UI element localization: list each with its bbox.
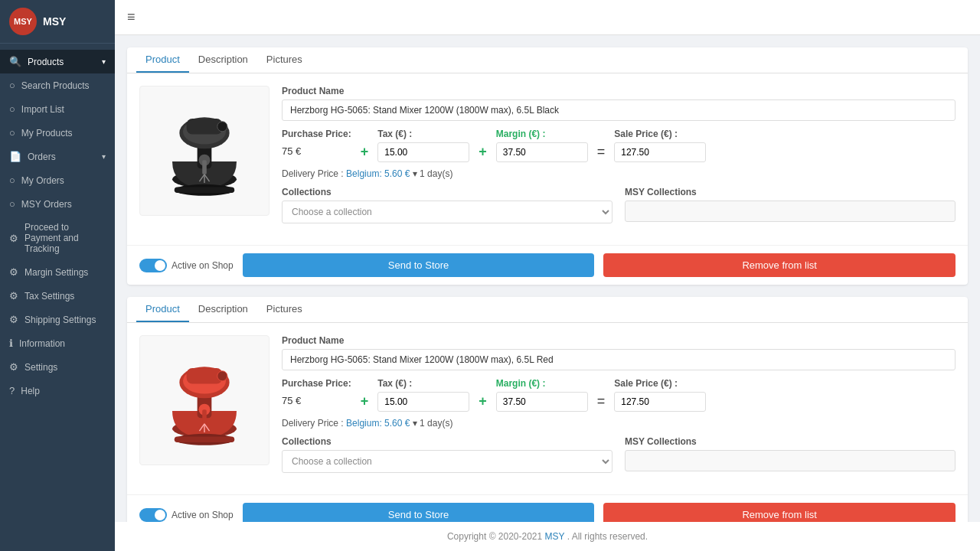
sidebar-item-tax-settings[interactable]: ⚙ Tax Settings — [0, 284, 115, 308]
main-area: ≡ Product Description Pictures — [115, 0, 980, 551]
mixer-red-image — [155, 347, 254, 454]
tax-group-1: Tax (€) : — [377, 129, 469, 162]
delivery-country-link-1[interactable]: Belgium: 5.60 € — [346, 168, 410, 179]
delivery-time-2: 1 day(s) — [420, 418, 452, 429]
msy-collections-input-1[interactable] — [625, 201, 956, 222]
circle-icon: ○ — [9, 80, 15, 91]
product-details-2: Product Name Purchase Price: 75 € + Tax … — [282, 335, 956, 482]
delivery-arrow-icon: ▾ — [413, 168, 420, 179]
collections-label-1: Collections — [282, 187, 612, 197]
remove-from-list-button-2[interactable]: Remove from list — [603, 503, 956, 522]
sidebar-item-search-products[interactable]: ○ Search Products — [0, 73, 115, 97]
tab-pictures-1[interactable]: Pictures — [257, 47, 312, 73]
msy-collections-label-2: MSY Collections — [625, 436, 956, 447]
tab-product-1[interactable]: Product — [136, 47, 189, 73]
delivery-country-link-2[interactable]: Belgium: 5.60 € — [346, 418, 410, 429]
purchase-price-label-2: Purchase Price: — [282, 378, 351, 389]
remove-from-list-button-1[interactable]: Remove from list — [603, 253, 956, 277]
tab-description-1[interactable]: Description — [189, 47, 257, 73]
purchase-price-group-1: Purchase Price: 75 € — [282, 129, 351, 157]
plus-icon-4: + — [475, 393, 490, 409]
tab-description-2[interactable]: Description — [189, 297, 257, 322]
product-tabs-2: Product Description Pictures — [127, 297, 968, 323]
mixer-black-image — [155, 97, 254, 204]
sidebar-item-settings[interactable]: ⚙ Settings — [0, 355, 115, 379]
card-footer-2: Active on Shop Send to Store Remove from… — [127, 494, 968, 522]
product-image-1 — [139, 86, 270, 216]
purchase-price-label-1: Purchase Price: — [282, 129, 351, 139]
delivery-arrow-icon-2: ▾ — [413, 418, 420, 429]
send-to-store-button-1[interactable]: Send to Store — [243, 253, 595, 277]
product-name-label-1: Product Name — [282, 86, 956, 96]
tax-input-1[interactable] — [377, 142, 469, 162]
sidebar-item-label: My Orders — [21, 175, 64, 186]
send-to-store-button-2[interactable]: Send to Store — [243, 503, 595, 522]
tax-label-2: Tax (€) : — [377, 378, 469, 389]
product-details-1: Product Name Purchase Price: 75 € + Tax … — [282, 86, 956, 233]
sidebar-item-margin-settings[interactable]: ⚙ Margin Settings — [0, 260, 115, 284]
card-footer-1: Active on Shop Send to Store Remove from… — [127, 245, 968, 285]
sale-price-input-1[interactable] — [614, 142, 706, 162]
svg-rect-7 — [202, 160, 207, 174]
logo-icon: MSY — [9, 8, 37, 35]
collections-select-1[interactable]: Choose a collection — [282, 201, 612, 223]
sidebar-item-label: My Products — [21, 128, 73, 139]
sidebar-item-shipping-settings[interactable]: ⚙ Shipping Settings — [0, 308, 115, 331]
product-card-2: Product Description Pictures — [127, 297, 968, 522]
msy-collections-input-2[interactable] — [625, 450, 956, 471]
product-body-1: Product Name Purchase Price: 75 € + Tax … — [127, 73, 968, 245]
product-name-input-1[interactable] — [282, 99, 956, 121]
circle-icon: ○ — [9, 174, 15, 186]
sale-price-group-1: Sale Price (€) : — [614, 129, 706, 162]
tab-pictures-2[interactable]: Pictures — [257, 297, 312, 322]
sidebar-item-help[interactable]: ? Help — [0, 379, 115, 403]
sidebar-nav: 🔍 Products ▾ ○ Search Products ○ Import … — [0, 44, 115, 551]
sale-price-input-2[interactable] — [614, 392, 706, 412]
active-toggle-switch-1[interactable] — [139, 259, 167, 272]
svg-point-18 — [217, 371, 227, 381]
sidebar-item-label: Products — [28, 57, 64, 67]
sidebar-item-msy-orders[interactable]: ○ MSY Orders — [0, 192, 115, 216]
footer-brand-link[interactable]: MSY — [545, 531, 565, 542]
margin-label-2: Margin (€) : — [496, 378, 588, 389]
tax-group-2: Tax (€) : — [377, 378, 469, 412]
product-name-input-2[interactable] — [282, 349, 956, 370]
sidebar-item-my-orders[interactable]: ○ My Orders — [0, 168, 115, 192]
product-card-1: Product Description Pictures — [127, 47, 968, 285]
sidebar-item-proceed-payment[interactable]: ⚙ Proceed to Payment and Tracking — [0, 216, 115, 260]
product-body-2: Product Name Purchase Price: 75 € + Tax … — [127, 323, 968, 494]
sidebar-item-my-products[interactable]: ○ My Products — [0, 121, 115, 145]
sidebar-item-label: Search Products — [21, 80, 90, 91]
sidebar-item-information[interactable]: ℹ Information — [0, 331, 115, 355]
gear-icon: ⚙ — [9, 266, 18, 278]
delivery-label-1: Delivery Price : — [282, 168, 344, 179]
active-label-2: Active on Shop — [172, 510, 234, 520]
msy-collections-label-1: MSY Collections — [625, 187, 956, 197]
plus-icon-3: + — [358, 393, 372, 409]
circle-icon: ○ — [9, 198, 15, 210]
margin-group-1: Margin (€) : — [496, 129, 588, 162]
collections-row-2: Collections Choose a collection MSY Coll… — [282, 436, 956, 473]
delivery-label-2: Delivery Price : — [282, 418, 344, 429]
tab-product-2[interactable]: Product — [136, 297, 189, 322]
purchase-price-value-2: 75 € — [282, 392, 351, 406]
tax-input-2[interactable] — [377, 392, 469, 412]
sidebar-item-label: Settings — [24, 362, 57, 373]
price-row-1: Purchase Price: 75 € + Tax (€) : + Margi… — [282, 129, 956, 162]
hamburger-icon[interactable]: ≡ — [127, 9, 136, 25]
sidebar-item-orders[interactable]: 📄 Orders ▾ — [0, 145, 115, 168]
margin-label-1: Margin (€) : — [496, 129, 588, 139]
footer-copyright: Copyright © 2020-2021 — [447, 531, 542, 542]
collections-row-1: Collections Choose a collection MSY Coll… — [282, 187, 956, 223]
content-area: Product Description Pictures — [115, 35, 980, 522]
active-toggle-switch-2[interactable] — [139, 508, 167, 522]
sidebar-item-import-list[interactable]: ○ Import List — [0, 97, 115, 121]
collections-select-2[interactable]: Choose a collection — [282, 450, 612, 473]
collections-group-1: Collections Choose a collection — [282, 187, 612, 223]
sidebar-item-products[interactable]: 🔍 Products ▾ — [0, 50, 115, 73]
margin-input-2[interactable] — [496, 392, 588, 412]
msy-collections-group-2: MSY Collections — [625, 436, 956, 473]
margin-input-1[interactable] — [496, 142, 588, 162]
sale-price-group-2: Sale Price (€) : — [614, 378, 706, 412]
product-tabs-1: Product Description Pictures — [127, 47, 968, 73]
